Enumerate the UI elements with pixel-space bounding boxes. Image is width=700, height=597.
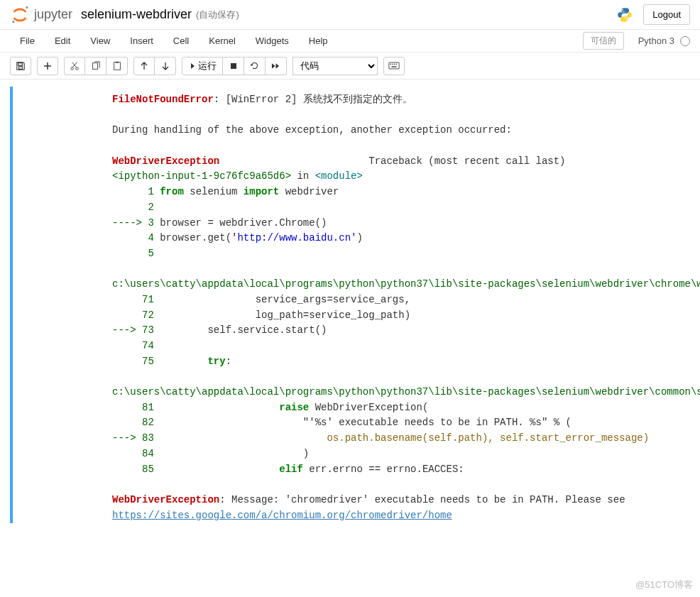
cut-button[interactable] [64,57,85,75]
menu-insert[interactable]: Insert [120,31,163,50]
save-button[interactable] [10,57,31,75]
stop-icon [230,62,237,70]
chromedriver-link[interactable]: https://sites.google.com/a/chromium.org/… [112,510,452,521]
jupyter-icon [10,5,30,25]
arrow-down-icon [161,62,170,70]
svg-point-4 [71,67,74,70]
cut-icon [70,61,80,71]
kernel-indicator: Python 3 [638,35,690,46]
stop-button[interactable] [223,57,244,75]
autosave-status: (自动保存) [196,9,239,21]
svg-rect-8 [116,61,119,62]
svg-rect-9 [231,63,236,69]
svg-point-2 [622,9,623,10]
command-palette-button[interactable] [383,57,405,75]
prompt-area [13,87,112,523]
menu-file[interactable]: File [10,31,45,50]
move-up-button[interactable] [133,57,155,75]
copy-icon [91,61,101,71]
error-name: WebDriverException [112,494,219,505]
jupyter-logo[interactable]: jupyter [10,5,72,25]
code-cell[interactable]: FileNotFoundError: [WinError 2] 系统找不到指定的… [10,87,690,523]
svg-rect-13 [394,64,395,65]
notebook-title[interactable]: selenium-webdriver [81,7,192,22]
svg-rect-7 [114,62,120,70]
logout-button[interactable]: Logout [643,4,690,25]
save-icon [16,61,26,71]
notebook-area: FileNotFoundError: [WinError 2] 系统找不到指定的… [0,80,700,552]
svg-point-1 [12,21,15,23]
logo-text: jupyter [34,7,72,22]
menu-view[interactable]: View [80,31,120,50]
arrow-up-icon [140,62,148,70]
menu-kernel[interactable]: Kernel [199,31,246,50]
restart-run-all-button[interactable] [266,57,287,75]
svg-rect-12 [392,64,393,65]
error-name: WebDriverException [112,155,219,167]
restart-button[interactable] [244,57,266,75]
svg-point-0 [26,6,28,9]
kernel-idle-icon [680,36,690,46]
menu-edit[interactable]: Edit [45,31,80,50]
svg-point-3 [626,19,628,21]
kernel-name: Python 3 [638,35,674,46]
cell-type-select[interactable]: 代码 [292,57,378,75]
trust-button[interactable]: 可信的 [583,32,624,50]
error-name: FileNotFoundError [112,94,214,105]
python-icon [616,6,633,23]
run-button[interactable]: 运行 [182,57,223,75]
fast-forward-icon [271,62,280,70]
menu-cell[interactable]: Cell [163,31,199,50]
toolbar: 运行 代码 [0,53,700,80]
restart-icon [250,61,259,70]
menu-widgets[interactable]: Widgets [246,31,299,50]
menubar: File Edit View Insert Cell Kernel Widget… [0,30,700,53]
paste-button[interactable] [106,57,128,75]
svg-rect-11 [390,64,391,65]
add-cell-button[interactable] [37,57,58,75]
svg-rect-10 [389,62,399,69]
header: jupyter selenium-webdriver (自动保存) Logout [0,0,700,30]
plus-icon [43,62,52,70]
svg-point-5 [76,67,79,70]
menu-help[interactable]: Help [299,31,338,50]
copy-button[interactable] [85,57,106,75]
svg-rect-15 [391,66,396,67]
svg-rect-6 [92,62,97,69]
paste-icon [112,61,122,71]
cell-output: FileNotFoundError: [WinError 2] 系统找不到指定的… [112,87,700,523]
run-label: 运行 [198,60,217,72]
keyboard-icon [388,62,400,70]
svg-rect-14 [396,64,397,65]
move-down-button[interactable] [155,57,176,75]
run-icon [188,62,195,70]
